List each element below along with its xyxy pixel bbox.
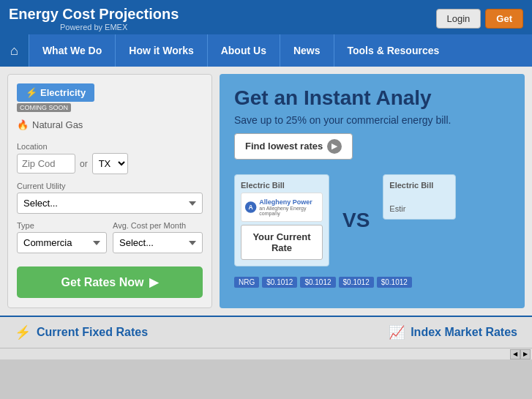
header-buttons: Login Get [436, 9, 523, 29]
rate-3: $0.1012 [339, 277, 374, 288]
arrow-icon: ▶ [149, 275, 158, 289]
chart-icon: 📈 [389, 324, 405, 340]
cost-group: Avg. Cost per Month Select... [113, 221, 203, 253]
rate-1: $0.1012 [262, 277, 297, 288]
allegheny-sub: an Allegheny Energy company [259, 206, 319, 216]
find-rates-icon: ▶ [327, 139, 342, 154]
zip-input[interactable] [17, 154, 75, 174]
utility-label: Current Utility [17, 182, 203, 190]
nav-item-what-we-do[interactable]: What We Do [29, 34, 115, 67]
electricity-tab[interactable]: ⚡ Electricity [17, 83, 94, 102]
svg-text:A: A [249, 204, 253, 211]
find-rates-button[interactable]: Find lowest rates ▶ [234, 133, 353, 160]
type-select[interactable]: Commercia Residential [17, 232, 107, 253]
rate-4: $0.1012 [377, 277, 412, 288]
index-rates-item[interactable]: 📈 Index Market Rates [389, 324, 517, 340]
or-label: or [80, 159, 88, 169]
rate-nrg: NRG [234, 277, 259, 288]
header-left: Energy Cost Projections Powered by EMEX [9, 6, 179, 31]
app-title: Energy Cost Projections [9, 6, 179, 23]
cost-label: Avg. Cost per Month [113, 221, 203, 230]
main: ⚡ Electricity COMING SOON 🔥 Natural Gas … [0, 67, 532, 316]
bottom-bar: ⚡ Current Fixed Rates 📈 Index Market Rat… [0, 316, 532, 348]
type-cost-row: Type Commercia Residential Avg. Cost per… [17, 221, 203, 261]
header: Energy Cost Projections Powered by EMEX … [0, 0, 532, 34]
get-rates-button[interactable]: Get Rates Now ▶ [17, 266, 203, 298]
right-panel: Get an Instant Analy Save up to 25% on y… [220, 74, 525, 308]
energy-tabs: ⚡ Electricity COMING SOON 🔥 Natural Gas [17, 83, 203, 132]
rate-2: $0.1012 [300, 277, 335, 288]
fixed-rates-item[interactable]: ⚡ Current Fixed Rates [15, 324, 148, 340]
bill2-title: Electric Bill [389, 181, 449, 190]
bolt-bottom-icon: ⚡ [15, 324, 31, 340]
nav-item-about-us[interactable]: About Us [207, 34, 280, 67]
location-label: Location [17, 142, 203, 151]
fixed-rates-label: Current Fixed Rates [37, 326, 148, 339]
bill-card-2: Electric Bill Estir [383, 174, 456, 220]
scroll-right-button[interactable]: ▶ [520, 349, 531, 359]
coming-soon-badge: COMING SOON [17, 103, 71, 112]
scrollbar-area: ◀ ▶ [0, 348, 532, 359]
bills-area: Electric Bill A Allegheny Power an Alleg… [220, 167, 525, 274]
nav-item-news[interactable]: News [280, 34, 334, 67]
vs-label: VS [337, 209, 375, 232]
utility-group: Current Utility Select... [17, 182, 203, 214]
allegheny-name: Allegheny Power [259, 198, 319, 206]
allegheny-logo-icon: A [244, 200, 257, 215]
bill1-logo: A Allegheny Power an Allegheny Energy co… [241, 193, 323, 222]
nav-item-tools[interactable]: Tools & Resources [334, 34, 453, 67]
location-row: or TX CA NY FL [17, 153, 203, 174]
index-rates-label: Index Market Rates [411, 326, 517, 339]
nav-item-how-it-works[interactable]: How it Works [115, 34, 206, 67]
home-icon[interactable]: ⌂ [0, 34, 29, 67]
scroll-left-button[interactable]: ◀ [510, 349, 520, 359]
get-rates-label: Get Rates Now [61, 276, 144, 289]
nav: ⌂ What We Do How it Works About Us News … [0, 34, 532, 67]
rates-row: NRG $0.1012 $0.1012 $0.1012 $0.1012 [220, 274, 525, 291]
banner-text: Get an Instant Analy Save up to 25% on y… [220, 74, 525, 167]
bill1-title: Electric Bill [241, 181, 323, 190]
cost-select[interactable]: Select... [113, 232, 203, 253]
state-select[interactable]: TX CA NY FL [92, 153, 128, 174]
bill-card-1: Electric Bill A Allegheny Power an Alleg… [234, 174, 329, 266]
login-button[interactable]: Login [436, 9, 482, 29]
type-group: Type Commercia Residential [17, 221, 107, 253]
type-label: Type [17, 221, 107, 230]
bill1-logo-text: A Allegheny Power an Allegheny Energy co… [244, 198, 319, 216]
estimated-label: Estir [389, 204, 449, 213]
flame-icon: 🔥 [17, 119, 29, 130]
powered-by: Powered by EMEX [9, 23, 179, 31]
location-group: Location or TX CA NY FL [17, 142, 203, 174]
left-panel: ⚡ Electricity COMING SOON 🔥 Natural Gas … [7, 74, 212, 308]
banner-subtext: Save up to 25% on your commercial energy… [234, 114, 510, 126]
your-rate-label: Your Current Rate [241, 225, 323, 260]
banner-headline: Get an Instant Analy [234, 87, 510, 110]
natural-gas-tab[interactable]: 🔥 Natural Gas [17, 118, 203, 132]
utility-select[interactable]: Select... [17, 193, 203, 214]
bolt-icon: ⚡ [26, 87, 37, 98]
get-button[interactable]: Get [485, 9, 523, 29]
find-rates-label: Find lowest rates [245, 141, 323, 152]
electricity-tab-wrapper: ⚡ Electricity COMING SOON [17, 83, 94, 112]
